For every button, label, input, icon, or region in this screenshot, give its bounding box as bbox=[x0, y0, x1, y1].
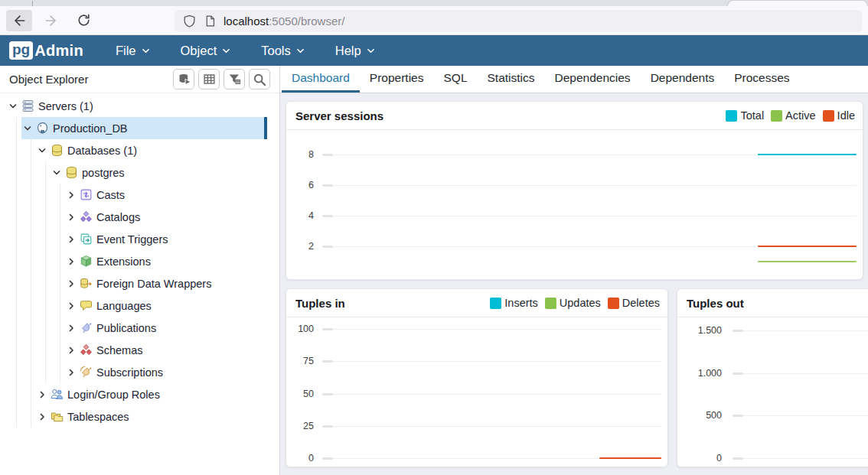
object-explorer-tree: Servers (1)Production_DB Databases (1) p… bbox=[0, 95, 279, 475]
tree-item-subscriptions[interactable]: Subscriptions bbox=[0, 361, 279, 383]
tab-statistics[interactable]: Statistics bbox=[478, 66, 545, 93]
chevron-down-icon bbox=[222, 47, 230, 54]
tree-expander[interactable] bbox=[64, 233, 78, 246]
chevron-right-icon bbox=[67, 213, 76, 222]
y-tick-mark bbox=[322, 154, 333, 156]
panel-header: Tuples inInsertsUpdatesDeletes bbox=[286, 289, 667, 317]
chevron-right-icon bbox=[38, 412, 47, 421]
y-gridline bbox=[743, 330, 868, 331]
tree-expander[interactable] bbox=[35, 144, 49, 158]
y-tick-label: 2 bbox=[286, 240, 314, 252]
tree-item-catalogs[interactable]: Catalogs bbox=[0, 206, 279, 228]
subscriptions-icon bbox=[80, 366, 93, 379]
tree-item-label: Schemas bbox=[96, 344, 142, 356]
legend-label: Inserts bbox=[504, 297, 538, 309]
view-data-icon bbox=[203, 73, 216, 86]
tree-expander[interactable] bbox=[64, 299, 78, 313]
tree-item-label: Login/Group Roles bbox=[67, 389, 160, 401]
chevron-down-icon bbox=[52, 168, 61, 177]
tree-expander[interactable] bbox=[64, 188, 78, 202]
tab-dashboard[interactable]: Dashboard bbox=[282, 66, 360, 93]
tab-sql[interactable]: SQL bbox=[433, 66, 477, 93]
y-gridline bbox=[743, 458, 868, 459]
y-gridline bbox=[743, 415, 868, 416]
dashboard-content: Server sessionsTotalActiveIdle8642Tuples… bbox=[280, 93, 868, 475]
browser-tab-strip bbox=[0, 0, 868, 6]
panel-tuples-in: Tuples inInsertsUpdatesDeletes1007550250 bbox=[286, 288, 668, 467]
tree-expander[interactable] bbox=[64, 366, 78, 379]
tab-properties[interactable]: Properties bbox=[360, 66, 434, 93]
tree-expander[interactable] bbox=[6, 99, 20, 113]
tree-item-tablespaces[interactable]: Tablespaces bbox=[0, 405, 279, 428]
tree-item-servers-1[interactable]: Servers (1) bbox=[0, 95, 279, 117]
chevron-right-icon bbox=[67, 368, 76, 377]
tree-expander[interactable] bbox=[64, 343, 78, 357]
tree-item-label: Tablespaces bbox=[67, 411, 129, 423]
tree-expander[interactable] bbox=[35, 410, 49, 424]
menu-help[interactable]: Help bbox=[335, 44, 375, 58]
y-tick-label: 500 bbox=[677, 409, 722, 421]
legend-label: Deletes bbox=[622, 297, 660, 309]
tree-item-foreign-data-wrappers[interactable]: Foreign Data Wrappers bbox=[0, 272, 279, 294]
tree-expander[interactable] bbox=[64, 210, 78, 224]
login-group-roles-icon bbox=[51, 388, 64, 401]
tab-dependents[interactable]: Dependents bbox=[641, 66, 725, 93]
tree-item-languages[interactable]: Languages bbox=[0, 294, 279, 317]
tree-expander[interactable] bbox=[50, 166, 64, 180]
browser-active-tab[interactable] bbox=[727, 0, 868, 6]
tree-item-postgres[interactable]: postgres bbox=[0, 161, 279, 184]
back-arrow-icon bbox=[11, 13, 27, 28]
tree-item-publications[interactable]: Publications bbox=[0, 317, 279, 339]
search-objects-button[interactable] bbox=[249, 69, 270, 89]
tree-expander[interactable] bbox=[21, 122, 34, 135]
tree-item-label: Event Triggers bbox=[96, 233, 168, 246]
back-button[interactable] bbox=[6, 10, 32, 31]
pgadmin-logo-pg: pg bbox=[9, 41, 33, 60]
chevron-right-icon bbox=[67, 324, 76, 333]
tree-expander[interactable] bbox=[64, 321, 78, 335]
menu-bar: FileObjectToolsHelp bbox=[116, 44, 375, 58]
tree-expander[interactable] bbox=[64, 277, 78, 291]
pgadmin-navbar: pg Admin FileObjectToolsHelp bbox=[0, 35, 868, 66]
legend-swatch bbox=[726, 110, 737, 122]
tree-item-production-db[interactable]: Production_DB bbox=[0, 117, 279, 139]
menu-tools[interactable]: Tools bbox=[261, 44, 305, 58]
tree-expander[interactable] bbox=[64, 255, 78, 268]
chevron-down-icon bbox=[142, 47, 150, 54]
tree-item-schemas[interactable]: Schemas bbox=[0, 339, 279, 361]
tree-item-label: Languages bbox=[96, 300, 152, 312]
legend-swatch bbox=[490, 298, 501, 309]
tree-item-login-group-roles[interactable]: Login/Group Roles bbox=[0, 383, 279, 405]
menu-object[interactable]: Object bbox=[181, 44, 231, 58]
y-gridline bbox=[333, 185, 857, 186]
filtered-rows-icon bbox=[228, 73, 241, 86]
panel-server-sessions: Server sessionsTotalActiveIdle8642 bbox=[286, 101, 863, 280]
tree-item-extensions[interactable]: Extensions bbox=[0, 250, 279, 272]
object-explorer-header: Object Explorer bbox=[0, 66, 279, 93]
y-tick-label: 25 bbox=[286, 420, 314, 432]
url-bar[interactable]: localhost:5050/browser/ bbox=[175, 10, 862, 32]
view-data-button[interactable] bbox=[198, 69, 220, 89]
tree-expander[interactable] bbox=[35, 388, 49, 402]
connect-database-button[interactable] bbox=[173, 69, 194, 89]
tab-dependencies[interactable]: Dependencies bbox=[545, 66, 641, 93]
reload-button[interactable] bbox=[70, 10, 96, 31]
chevron-right-icon bbox=[67, 301, 76, 311]
object-explorer-panel: Object Explorer Servers (1)Production_DB… bbox=[0, 66, 279, 475]
forward-arrow-icon bbox=[44, 13, 59, 28]
dashboard-tab-bar: DashboardPropertiesSQLStatisticsDependen… bbox=[280, 66, 868, 93]
forward-button[interactable] bbox=[38, 10, 64, 31]
postgres-server-icon bbox=[36, 122, 49, 135]
menu-file[interactable]: File bbox=[116, 44, 150, 58]
y-gridline bbox=[333, 329, 661, 330]
tree-item-event-triggers[interactable]: Event Triggers bbox=[0, 228, 279, 250]
chart-title: Tuples out bbox=[687, 297, 868, 310]
tree-item-databases-1[interactable]: Databases (1) bbox=[0, 139, 279, 161]
tab-processes[interactable]: Processes bbox=[724, 66, 799, 93]
y-tick-mark bbox=[322, 246, 333, 248]
pgadmin-logo-admin: Admin bbox=[34, 42, 83, 60]
tree-item-casts[interactable]: Casts bbox=[0, 184, 279, 206]
chart-title: Tuples in bbox=[295, 297, 490, 310]
y-gridline bbox=[333, 426, 661, 427]
filtered-rows-button[interactable] bbox=[224, 69, 245, 89]
